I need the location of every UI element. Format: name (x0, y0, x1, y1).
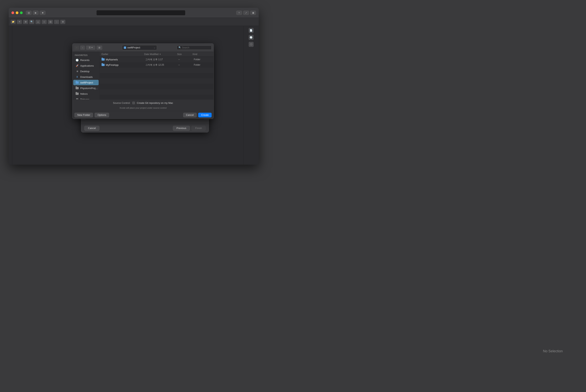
applications-icon: 🚀 (76, 64, 79, 67)
play-button[interactable]: ▶ (33, 11, 39, 15)
myfirstapp-size: -- (178, 64, 194, 66)
source-control-row: Source Control: Create Git repository on… (113, 102, 173, 104)
recents-icon: 🕐 (76, 59, 79, 62)
open-panel-dialog: ‹ › ☰ ▾ ⊞ swiftProject ⌄ 🔍 Search (72, 44, 214, 119)
sidebar-item-downloads[interactable]: ⬇ Downloads (73, 74, 99, 80)
sidebar: Favorites 🕐 Recents 🚀 Applications 🖥 Des… (73, 52, 100, 99)
sidebar-item-recents[interactable]: 🕐 Recents (73, 57, 99, 63)
view-mode-button[interactable]: ☰ ▾ (86, 46, 95, 50)
search-toolbar-icon[interactable]: 🔍 (29, 20, 34, 24)
phpstorm-folder-icon (76, 87, 79, 90)
folder-toolbar-icon[interactable]: 📁 (11, 20, 16, 24)
sidebar-item-phpstorm[interactable]: PhpstormProj... (73, 86, 99, 91)
create-button[interactable]: Create (198, 113, 212, 117)
minimize-button[interactable] (16, 12, 19, 14)
sidebar-applications-label: Applications (80, 64, 94, 67)
search-field[interactable]: 🔍 Search (177, 46, 212, 50)
source-control-hint: Xcode will place your project under sour… (120, 107, 167, 109)
close-button[interactable] (12, 12, 14, 14)
main-content: ‹ › ☰ ▾ ⊞ swiftProject ⌄ 🔍 Search (9, 26, 259, 164)
alert-toolbar-icon[interactable]: △ (36, 20, 41, 24)
sidebar-item-swiftproject[interactable]: swiftProject (73, 80, 99, 85)
file-row-myfirstapp[interactable]: MyFirstApp 그저께 오후 12:25 -- Folder (100, 62, 214, 68)
empty-row-4 (100, 84, 214, 89)
nav-back-button[interactable]: ‹ (75, 46, 79, 50)
wizard-cancel-button[interactable]: Cancel (84, 126, 99, 131)
source-control-section: Source Control: Create Git repository on… (73, 99, 214, 111)
sidebar-toggle-button[interactable]: ▤ (26, 11, 32, 15)
new-folder-button[interactable]: New Folder (75, 113, 93, 117)
source-control-label: Source Control: (113, 102, 130, 104)
split-toolbar-icon[interactable]: ⊞ (23, 20, 28, 24)
inspector-icon[interactable]: 📄 (249, 28, 254, 33)
close-toolbar-icon[interactable]: ✕ (17, 20, 22, 24)
sidebar-item-applications[interactable]: 🚀 Applications (73, 63, 99, 68)
finish-button[interactable]: Finish (192, 126, 206, 131)
sidebar-swiftproject-label: swiftProject (80, 81, 93, 84)
sidebar-item-htdocs[interactable]: htdocs (73, 91, 99, 96)
left-panel (9, 26, 12, 164)
browse-button[interactable]: ⊞ (97, 46, 102, 50)
search-placeholder: Search (182, 46, 189, 49)
title-scheme-selector[interactable] (96, 10, 185, 16)
cancel-button[interactable]: Cancel (183, 113, 197, 117)
browse-icon: ⊞ (99, 46, 100, 49)
myfirstapp-date: 그저께 오후 12:25 (145, 63, 178, 66)
panel-toggle-button[interactable]: ▣ (250, 11, 256, 15)
stop-button[interactable]: ■ (40, 11, 46, 15)
col-date-header[interactable]: Date Modified ▼ (144, 53, 177, 56)
play-icon: ▶ (35, 12, 37, 14)
editor-area: ‹ › ☰ ▾ ⊞ swiftProject ⌄ 🔍 Search (12, 26, 243, 164)
wizard-buttons: Cancel Previous Finish (81, 124, 209, 132)
grid-toolbar-icon[interactable]: ⊞ (60, 20, 65, 24)
link-toolbar-icon[interactable]: ⛓ (48, 20, 53, 24)
fullscreen-button[interactable] (20, 12, 23, 14)
file-row-mynameis[interactable]: MyNameIs 그저께 오후 1:17 -- Folder (100, 57, 214, 62)
location-text: swiftProject (127, 46, 153, 49)
sort-arrow-icon: ▼ (159, 53, 161, 55)
mynameis-size: -- (178, 58, 194, 61)
add-icon: + (238, 12, 240, 14)
add-button[interactable]: + (236, 11, 242, 15)
right-panel: 📄 🕐 ⓘ (243, 26, 259, 164)
myfirstapp-filename: MyFirstApp (106, 64, 145, 66)
sidebar-item-desktop[interactable]: 🖥 Desktop (73, 68, 99, 74)
swiftproject-folder-icon (76, 81, 79, 84)
panel-body: Favorites 🕐 Recents 🚀 Applications 🖥 Des… (73, 52, 214, 99)
location-arrow-icon: ⌄ (154, 46, 155, 48)
favorites-label: Favorites (73, 53, 99, 57)
options-button[interactable]: Options (95, 113, 109, 117)
filelist-header: Earlier Date Modified ▼ Size Kind (100, 52, 214, 57)
col-kind-header: Kind (193, 53, 212, 56)
desktop-icon: 🖥 (76, 70, 79, 73)
info-icon[interactable]: ⓘ (249, 42, 254, 47)
git-checkbox[interactable] (132, 102, 135, 104)
myfirstapp-kind: Folder (194, 64, 212, 66)
nav-forward-button[interactable]: › (80, 46, 85, 50)
traffic-lights (12, 12, 23, 14)
history-icon[interactable]: 🕐 (249, 35, 254, 40)
view-mode-icon: ☰ ▾ (89, 46, 93, 49)
sidebar-item-pictures[interactable]: 🖼 Pictures (73, 97, 99, 99)
file-list: Earlier Date Modified ▼ Size Kind (100, 52, 214, 99)
arrow-toolbar-icon[interactable]: → (54, 20, 59, 24)
panel-toolbar: ‹ › ☰ ▾ ⊞ swiftProject ⌄ 🔍 Search (73, 44, 214, 52)
fullscreen-button2[interactable]: ⤢ (243, 11, 249, 15)
title-bar-right: + ⤢ ▣ (236, 11, 256, 15)
col-size-header: Size (177, 53, 193, 56)
col-name-header: Earlier (102, 53, 144, 56)
diamond-toolbar-icon[interactable]: ◇ (42, 20, 47, 24)
mynameis-kind: Folder (194, 58, 212, 61)
no-selection-label: No Selection (543, 349, 563, 353)
chevron-right-icon: › (82, 46, 83, 49)
sidebar-phpstorm-label: PhpstormProj... (80, 87, 98, 90)
panel-toggle-icon: ▣ (252, 12, 254, 14)
location-selector[interactable]: swiftProject ⌄ (122, 45, 157, 50)
empty-row-5 (100, 89, 214, 95)
mynameis-date: 그저께 오후 1:17 (145, 58, 178, 61)
search-icon: 🔍 (179, 46, 181, 49)
title-bar-center (46, 10, 236, 16)
stop-icon: ■ (42, 12, 43, 14)
sidebar-downloads-label: Downloads (80, 76, 93, 78)
previous-button[interactable]: Previous (173, 126, 190, 131)
